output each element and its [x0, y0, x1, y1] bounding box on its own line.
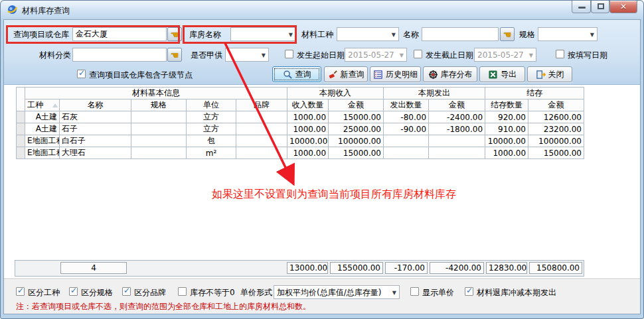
end-date-label: 发生截止日期 — [426, 50, 473, 60]
col-name[interactable]: 名称 — [60, 99, 131, 111]
hand-picker-icon: ☚ — [171, 29, 179, 40]
summary-balance-amount: 150800.00 — [529, 262, 582, 274]
window-title: 材料库存查询 — [22, 5, 70, 17]
close-button[interactable]: ✕ — [609, 1, 637, 13]
col-spec[interactable]: 规格 — [131, 99, 187, 111]
group-header-row: 材料基本信息 本期收入 本期发出 结存 — [17, 88, 584, 99]
export-button[interactable]: 导出 — [479, 66, 525, 82]
split-spec-checkbox[interactable]: ✓ — [69, 287, 78, 296]
name-label: 名称 — [403, 29, 419, 40]
hand-picker-icon: ☚ — [503, 29, 512, 40]
show-unit-price-checkbox[interactable]: ✓ — [410, 287, 419, 296]
project-label: 查询项目或仓库 — [13, 29, 69, 40]
stock-distribution-button[interactable]: 库存分布 — [423, 66, 477, 82]
maximize-button[interactable] — [591, 1, 609, 13]
table-row[interactable]: E地面工程 白石子 包 10000.00 100000.00 10000.00 … — [17, 135, 584, 147]
col-balance-qty[interactable]: 结存数量 — [485, 99, 528, 111]
by-fill-date-label: 按填写日期 — [568, 50, 607, 60]
start-date-select[interactable]: 2015-05-27 ▼ — [345, 48, 407, 62]
col-balance-amount[interactable]: 金额 — [528, 99, 584, 111]
name-input[interactable] — [422, 27, 499, 41]
minimize-button[interactable] — [572, 1, 591, 13]
include-children-checkbox[interactable]: ✓ — [77, 70, 86, 78]
group-period-issue: 本期发出 — [384, 88, 485, 99]
minimize-icon — [578, 7, 586, 9]
inventory-table: 材料基本信息 本期收入 本期发出 结存 工种 名称 规格 单位 品牌 收入数量 … — [16, 87, 584, 159]
end-date-checkbox[interactable]: ✓ — [414, 50, 422, 58]
sort-indicator-icon — [52, 103, 58, 107]
return-offset-label: 材料退库冲减本期发出 — [477, 287, 556, 298]
name-picker-button[interactable]: ☚ — [500, 27, 515, 41]
trade-select[interactable]: ▼ — [337, 27, 399, 41]
brush-icon — [328, 70, 338, 80]
include-children-label: 查询项目或仓库包含子级节点 — [89, 70, 193, 80]
category-label: 材料分类 — [39, 50, 71, 60]
start-date-checkbox[interactable]: ✓ — [285, 50, 293, 58]
col-income-amount[interactable]: 金额 — [329, 99, 384, 111]
summary-issue-qty: -170.00 — [385, 262, 428, 274]
trade-label: 材料工种 — [301, 29, 333, 40]
footer-options-panel: ✓ 区分工种 ✓ 区分规格 ✓ 区分品牌 ✓ 库存不等于0 单价形式 加权平均价… — [4, 279, 640, 314]
row-header-corner — [17, 88, 25, 111]
split-trade-checkbox[interactable]: ✓ — [16, 287, 25, 296]
table-row[interactable]: A土建 石子 立方 1000.00 25000.00 -90.00 -1800.… — [17, 123, 584, 135]
search-icon — [283, 70, 293, 80]
summary-row-count: 4 — [60, 262, 127, 274]
col-issue-amount[interactable]: 金额 — [429, 99, 485, 111]
query-button[interactable]: 查询 — [272, 66, 321, 82]
col-trade[interactable]: 工种 — [25, 99, 60, 111]
hand-picker-icon: ☚ — [171, 50, 179, 60]
project-input[interactable]: 金石大厦 — [72, 27, 167, 41]
nonzero-stock-label: 库存不等于0 — [190, 287, 235, 298]
client-area: 查询项目或仓库 金石大厦 ☚ 库房名称 ▼ 材料工种 ▼ 名称 ☚ 规格 ▼ 材 — [3, 19, 641, 314]
spec-select[interactable]: ▼ — [538, 27, 598, 41]
wheel-icon — [428, 70, 438, 80]
maximize-icon — [598, 3, 604, 9]
history-detail-button[interactable]: 历史明细 — [370, 66, 421, 82]
split-brand-label: 区分品牌 — [134, 287, 166, 298]
project-picker-button[interactable]: ☚ — [167, 27, 182, 41]
col-unit[interactable]: 单位 — [187, 99, 236, 111]
summary-issue-amount: -4200.00 — [430, 262, 484, 274]
col-income-qty[interactable]: 收入数量 — [287, 99, 329, 111]
summary-balance-qty: 12830.00 — [486, 262, 527, 274]
split-brand-checkbox[interactable]: ✓ — [122, 287, 131, 296]
return-offset-checkbox[interactable]: ✓ — [465, 287, 473, 296]
new-query-button[interactable]: 新查询 — [324, 66, 368, 82]
chevron-down-icon: ▼ — [590, 32, 594, 38]
filter-panel: 查询项目或仓库 金石大厦 ☚ 库房名称 ▼ 材料工种 ▼ 名称 ☚ 规格 ▼ 材 — [4, 20, 640, 85]
table-row[interactable]: E地面工程 大理石 m² 1000.00 15000.00 1000.00 15… — [17, 147, 584, 159]
app-logo-icon — [7, 4, 18, 15]
spec-label: 规格 — [519, 29, 535, 40]
warehouse-select[interactable]: ▼ — [230, 27, 296, 41]
chevron-down-icon: ▼ — [262, 52, 266, 58]
warehouse-label: 库房名称 — [189, 29, 221, 40]
nonzero-stock-checkbox[interactable]: ✓ — [178, 287, 187, 296]
show-unit-price-label: 显示单价 — [422, 287, 454, 298]
start-date-label: 发生起始日期 — [297, 50, 345, 60]
material-inventory-query-window: 材料库存查询 ✕ 查询项目或仓库 金石大厦 ☚ 库房名称 ▼ 材料工种 ▼ 名称… — [0, 0, 644, 319]
summary-income-qty: 13000.00 — [287, 262, 328, 274]
group-basic-info: 材料基本信息 — [25, 88, 287, 99]
col-issue-qty[interactable]: 发出数量 — [384, 99, 429, 111]
category-picker-button[interactable]: ☚ — [167, 48, 182, 62]
col-brand[interactable]: 品牌 — [236, 99, 287, 111]
by-fill-date-checkbox[interactable]: ✓ — [556, 50, 564, 58]
summary-strip: 4 13000.00 155000.00 -170.00 -4200.00 12… — [15, 260, 584, 277]
category-input[interactable] — [72, 48, 167, 62]
split-spec-label: 区分规格 — [81, 287, 113, 298]
chevron-down-icon: ▼ — [529, 52, 533, 58]
list-icon — [373, 70, 383, 80]
end-date-select[interactable]: 2015-05-27 ▼ — [474, 48, 536, 62]
unit-price-mode-select[interactable]: 加权平均价(总库值/总库存量) ▼ — [274, 285, 400, 299]
chevron-down-icon: ▼ — [400, 52, 404, 58]
titlebar: 材料库存查询 ✕ — [1, 1, 643, 19]
owner-supplied-select[interactable]: ▼ — [225, 48, 269, 62]
chevron-down-icon: ▼ — [289, 32, 293, 38]
split-trade-label: 区分工种 — [28, 287, 60, 298]
close-window-button[interactable]: 关闭 — [527, 66, 572, 82]
summary-income-amount: 155000.00 — [330, 262, 383, 274]
owner-supplied-label: 是否甲供 — [191, 50, 222, 60]
table-row[interactable]: A土建 石灰 立方 1000.00 15000.00 -80.00 -2400.… — [17, 111, 584, 123]
footer-note: 注：若查询项目或仓库不选，则查询的范围为全部仓库和工地上的库房材料总和数。 — [16, 301, 311, 312]
